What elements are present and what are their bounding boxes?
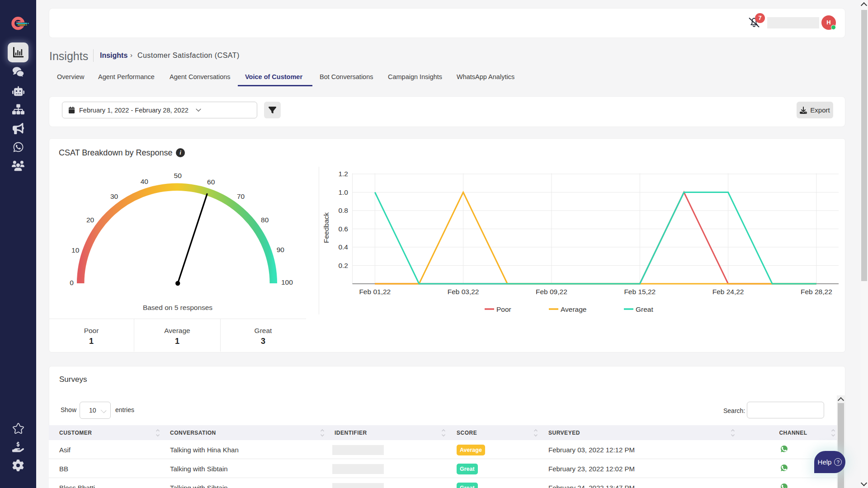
svg-text:100: 100 (281, 278, 293, 286)
svg-text:70: 70 (237, 192, 245, 200)
svg-text:80: 80 (261, 216, 269, 224)
svg-text:Feb 28,22: Feb 28,22 (801, 288, 832, 296)
svg-text:Poor: Poor (496, 305, 511, 313)
svg-text:0.4: 0.4 (338, 243, 348, 251)
svg-text:50: 50 (174, 172, 182, 179)
svg-text:Feb 15,22: Feb 15,22 (624, 288, 656, 296)
svg-text:Average: Average (561, 305, 586, 313)
svg-text:0.2: 0.2 (338, 262, 348, 269)
svg-text:90: 90 (277, 246, 285, 253)
svg-text:1.2: 1.2 (338, 170, 348, 178)
svg-text:40: 40 (141, 178, 149, 185)
svg-text:10: 10 (71, 246, 80, 254)
svg-text:0.6: 0.6 (338, 225, 348, 233)
svg-text:30: 30 (110, 192, 118, 200)
svg-text:1.0: 1.0 (338, 188, 348, 196)
svg-text:Great: Great (636, 305, 653, 313)
svg-text:0.8: 0.8 (338, 206, 348, 214)
svg-text:0: 0 (70, 279, 74, 286)
svg-text:Feb 09,22: Feb 09,22 (536, 288, 567, 296)
svg-text:Feb 01,22: Feb 01,22 (359, 288, 391, 296)
svg-text:20: 20 (86, 216, 94, 224)
svg-text:Feb 24,22: Feb 24,22 (712, 288, 744, 296)
svg-text:60: 60 (207, 178, 215, 186)
svg-text:Feb 03,22: Feb 03,22 (448, 288, 479, 296)
svg-text:Feedback: Feedback (322, 212, 330, 243)
